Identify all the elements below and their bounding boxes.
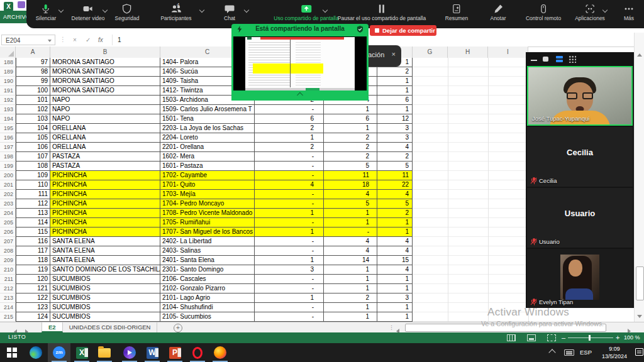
clock[interactable]: 9:09 13/5/2024 (595, 345, 634, 360)
empty-cells[interactable] (413, 284, 528, 293)
empty-cells[interactable] (413, 77, 528, 86)
column-header-I[interactable]: I (488, 47, 528, 58)
sheet-tab-e2[interactable]: E2 (42, 322, 63, 332)
vertical-scrollbar[interactable] (634, 33, 644, 322)
cell-d[interactable]: - (255, 162, 324, 171)
cell-province[interactable]: NAPO (50, 114, 160, 124)
taskbar-explorer-icon[interactable] (97, 346, 111, 359)
cell-province[interactable]: MORONA SANTIAGO (50, 67, 160, 77)
minimize-icon[interactable] (531, 60, 537, 61)
row-header[interactable]: 213 (0, 293, 16, 303)
tray-chevron-icon[interactable] (548, 349, 555, 356)
cell-canton[interactable]: 1705- Rumiñahui (160, 218, 255, 228)
column-header-A[interactable]: A (16, 47, 50, 58)
taskbar-edge-icon[interactable] (29, 346, 43, 359)
empty-cells[interactable] (413, 152, 528, 162)
empty-cells[interactable] (413, 256, 528, 265)
cell-province[interactable]: SANTA ELENA (50, 246, 160, 256)
cell-province[interactable]: PASTAZA (50, 162, 160, 171)
zoom-out-icon[interactable]: – (562, 334, 565, 341)
cell-d[interactable]: - (255, 171, 324, 180)
cell-num[interactable]: 122 (16, 293, 50, 303)
cell-d[interactable]: 1 (255, 256, 324, 265)
cell-e[interactable]: 1 (324, 275, 377, 284)
empty-cells[interactable] (413, 133, 528, 143)
row-header[interactable]: 199 (0, 162, 16, 171)
empty-cells[interactable] (413, 265, 528, 275)
empty-cells[interactable] (413, 105, 528, 114)
cell-num[interactable]: 98 (16, 67, 50, 77)
toolbar-item-more[interactable]: Más (624, 0, 634, 28)
cell-d[interactable]: - (255, 312, 324, 322)
cell-num[interactable]: 111 (16, 190, 50, 199)
cell-f[interactable]: 2 (377, 67, 413, 77)
row-header[interactable]: 189 (0, 67, 16, 77)
page-layout-view-icon[interactable] (527, 334, 536, 341)
cell-f[interactable]: 1 (377, 284, 413, 293)
cell-canton[interactable]: 1701- Quito (160, 180, 255, 190)
cell-province[interactable]: SANTA ELENA (50, 256, 160, 265)
cell-province[interactable]: PICHINCHA (50, 199, 160, 209)
cell-e[interactable]: 4 (324, 190, 377, 199)
cell-province[interactable]: SUCUMBIOS (50, 303, 160, 312)
cell-num[interactable]: 119 (16, 265, 50, 275)
cell-d[interactable]: - (255, 105, 324, 114)
empty-cells[interactable] (413, 67, 528, 77)
cell-d[interactable]: - (255, 237, 324, 246)
taskbar-media-icon[interactable] (123, 346, 136, 359)
cell-d[interactable]: 1 (255, 293, 324, 303)
empty-cells[interactable] (413, 162, 528, 171)
cell-d[interactable]: - (255, 284, 324, 293)
cell-num[interactable]: 99 (16, 77, 50, 86)
row-header[interactable]: 197 (0, 143, 16, 152)
cell-f[interactable]: 5 (377, 162, 413, 171)
tab-splitter[interactable]: ⋮ (389, 324, 394, 331)
restore-view-icon[interactable] (543, 57, 548, 62)
cell-num[interactable]: 114 (16, 218, 50, 228)
chevron-down-icon[interactable] (199, 8, 204, 13)
cell-province[interactable]: PASTAZA (50, 152, 160, 162)
empty-cells[interactable] (413, 96, 528, 105)
empty-cells[interactable] (413, 303, 528, 312)
cell-d[interactable]: - (255, 246, 324, 256)
cell-canton[interactable]: 1509- Carlos Julio Arosemena T (160, 105, 255, 114)
cell-province[interactable]: PICHINCHA (50, 190, 160, 199)
cell-province[interactable]: SUCUMBIOS (50, 275, 160, 284)
cell-d[interactable]: - (255, 152, 324, 162)
taskbar-opera-icon[interactable] (191, 346, 204, 359)
cell-num[interactable]: 123 (16, 303, 50, 312)
cell-d[interactable]: - (255, 190, 324, 199)
cell-num[interactable]: 115 (16, 228, 50, 237)
language-indicator[interactable]: ESP (580, 349, 592, 356)
cell-f[interactable]: 22 (377, 180, 413, 190)
cell-d[interactable]: 1 (255, 209, 324, 218)
cell-canton[interactable]: 1707- San Miguel de los Bancos (160, 228, 255, 237)
cell-e[interactable]: 2 (324, 143, 377, 152)
cell-num[interactable]: 107 (16, 152, 50, 162)
empty-cells[interactable] (413, 293, 528, 303)
row-header[interactable]: 200 (0, 171, 16, 180)
touch-keyboard-icon[interactable] (564, 349, 574, 356)
cell-e[interactable]: 1 (324, 265, 377, 275)
cell-f[interactable]: 12 (377, 114, 413, 124)
cell-e[interactable]: 1 (324, 209, 377, 218)
cell-d[interactable]: 2 (255, 143, 324, 152)
cell-num[interactable]: 113 (16, 209, 50, 218)
column-header-B[interactable]: B (50, 47, 160, 58)
taskbar-powerpoint-icon[interactable]: P (168, 346, 182, 359)
video-tile-usuario[interactable]: UsuarioUsuario (527, 188, 633, 248)
cell-e[interactable]: 1 (324, 124, 377, 133)
toolbar-item-mute[interactable]: Silenciar (36, 0, 57, 28)
cell-canton[interactable]: 1703- Mejía (160, 190, 255, 199)
select-all-corner[interactable] (0, 47, 16, 58)
cell-e[interactable]: 18 (324, 180, 377, 190)
taskbar-zoom-icon[interactable]: zm (52, 346, 66, 359)
horizontal-scroll-thumb[interactable] (405, 324, 606, 332)
row-header[interactable]: 208 (0, 246, 16, 256)
empty-cells[interactable] (413, 114, 528, 124)
row-header[interactable]: 196 (0, 133, 16, 143)
empty-cells[interactable] (413, 190, 528, 199)
cell-province[interactable]: PICHINCHA (50, 171, 160, 180)
empty-cells[interactable] (413, 180, 528, 190)
empty-cells[interactable] (413, 58, 528, 67)
